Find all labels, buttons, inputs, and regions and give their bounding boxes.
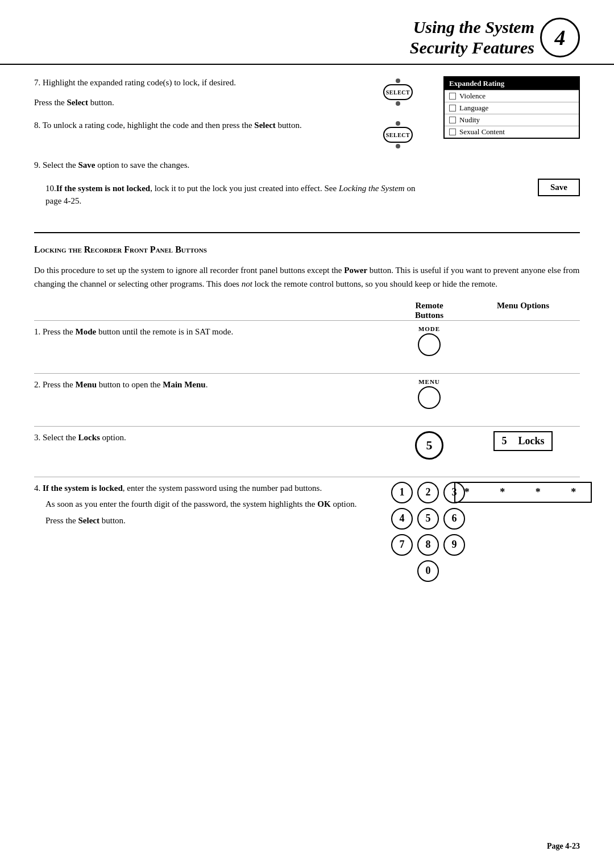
checkbox-nudity: [449, 117, 456, 123]
select-button-8: SELECT: [383, 121, 413, 148]
numpad-8: 8: [417, 534, 439, 556]
chapter-number: 4: [540, 18, 580, 57]
lower-step-4: 4. If the system is locked, enter the sy…: [34, 477, 580, 589]
dot-top: [396, 78, 400, 83]
page-header: Using the System Security Features 4: [0, 0, 614, 65]
mode-circle: [418, 333, 441, 356]
expanded-rating-box: Expanded Rating Violence Language Nudity…: [443, 76, 580, 139]
lower-step-4-text: 4. If the system is locked, enter the sy…: [34, 482, 392, 527]
step-9: 9. Select the Save option to save the ch…: [34, 159, 426, 172]
page-number: Page 4-23: [547, 842, 580, 850]
select-circle: SELECT: [383, 84, 413, 100]
lower-step-1: 1. Press the Mode button until the remot…: [34, 320, 580, 361]
numpad-7: 7: [391, 534, 413, 556]
numpad-1: 1: [391, 482, 413, 503]
numpad-5: 5: [417, 508, 439, 530]
rating-item-language: Language: [445, 102, 579, 114]
page-footer: Page 4-23: [547, 842, 580, 851]
lower-step-3-btn: 5: [392, 431, 466, 460]
title-line1: Using the System: [413, 18, 534, 36]
step-9-text: 9. Select the Save option to save the ch…: [34, 159, 358, 172]
lower-step-1-text: 1. Press the Mode button until the remot…: [34, 325, 392, 338]
rating-item-violence: Violence: [445, 90, 579, 102]
step-7-btn-col: SELECT: [370, 78, 426, 106]
step-7: 7. Highlight the expanded rating code(s)…: [34, 76, 426, 109]
lower-step-4-stars: * * * *: [466, 482, 580, 503]
checkbox-violence: [449, 93, 456, 100]
steps-left: 7. Highlight the expanded rating code(s)…: [34, 76, 426, 218]
numpad-4: 4: [391, 508, 413, 530]
lower-step-3: 3. Select the Locks option. 5 5 Locks: [34, 426, 580, 464]
steps-section-top: 7. Highlight the expanded rating code(s)…: [34, 76, 580, 218]
save-button-container: Save: [443, 179, 580, 196]
stars-text: * * * *: [464, 486, 582, 498]
step-7-text: 7. Highlight the expanded rating code(s)…: [34, 76, 358, 109]
step7-num: 7.: [34, 78, 40, 87]
save-button[interactable]: Save: [538, 179, 580, 196]
checkbox-language: [449, 105, 456, 111]
page-content: 7. Highlight the expanded rating code(s)…: [0, 76, 614, 589]
lower-step-3-text: 3. Select the Locks option.: [34, 431, 392, 444]
steps-col-spacer: [34, 301, 392, 320]
rating-item-nudity: Nudity: [445, 114, 579, 126]
dot-top-8: [396, 121, 400, 126]
menu-button: MENU: [418, 378, 441, 409]
lower-step-2-text: 2. Press the Menu button to open the Mai…: [34, 378, 392, 391]
step-10: 10.If the system is not locked, lock it …: [34, 182, 426, 208]
numpad-0: 0: [417, 560, 439, 582]
menu-options-header: Menu Options: [466, 301, 580, 320]
dot-bottom-8: [396, 144, 400, 148]
rating-item-sexual-content: Sexual Content: [445, 126, 579, 138]
step-8-btn-col: SELECT: [370, 121, 426, 148]
step-8: 8. To unlock a rating code, highlight th…: [34, 119, 426, 148]
locks-box: 5 Locks: [493, 431, 552, 451]
select-button-7: SELECT: [383, 78, 413, 106]
numpad-9: 9: [443, 534, 465, 556]
select-circle-8: SELECT: [383, 127, 413, 143]
password-stars: * * * *: [454, 482, 592, 503]
numpad-2: 2: [417, 482, 439, 503]
expanded-rating-header: Expanded Rating: [445, 77, 579, 90]
column-headers: RemoteButtons Menu Options: [34, 301, 580, 320]
remote-buttons-header: RemoteButtons: [392, 301, 466, 320]
dot-bottom: [396, 101, 400, 106]
page-title: Using the System Security Features: [34, 17, 534, 58]
title-line2: Security Features: [410, 38, 534, 57]
lower-step-3-menu: 5 Locks: [466, 431, 580, 451]
step-8-text: 8. To unlock a rating code, highlight th…: [34, 119, 358, 132]
lower-step-1-btn: MODE: [392, 325, 466, 356]
step3-circled-5: 5: [415, 431, 443, 460]
section-divider: [34, 232, 580, 233]
menu-circle: [418, 386, 441, 409]
steps-right-col: Expanded Rating Violence Language Nudity…: [443, 76, 580, 218]
section2-heading: Locking the Recorder Front Panel Buttons: [34, 245, 580, 255]
mode-button: MODE: [418, 325, 441, 356]
numpad-6: 6: [443, 508, 465, 530]
lower-step-2: 2. Press the Menu button to open the Mai…: [34, 373, 580, 414]
lower-step-2-btn: MENU: [392, 378, 466, 409]
section2-body: Do this procedure to set up the system t…: [34, 263, 580, 291]
checkbox-sexual-content: [449, 129, 456, 135]
